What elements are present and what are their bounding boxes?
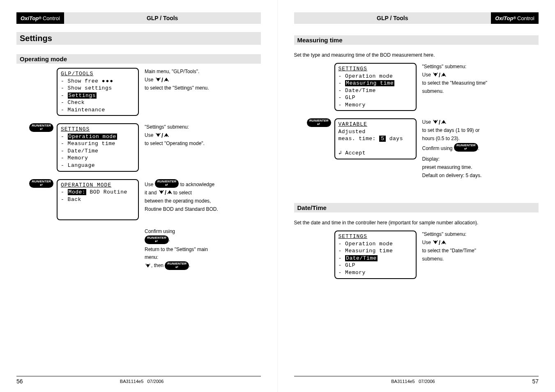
text: to select the "Settings" menu. (145, 84, 261, 92)
lcd-title: SETTINGS (61, 126, 135, 133)
step-explain: Use RUN/ENTER↵ to acknowledge it and / t… (145, 179, 261, 214)
text: Use / (422, 239, 539, 246)
brand-tag: OxiTop®Control (491, 12, 539, 24)
text: Confirm using RUN/ENTER↵. (422, 143, 539, 152)
text: submenu. (422, 255, 539, 263)
lcd-title: VARIABLE (339, 121, 412, 128)
header-bar: GLP / Tools OxiTop®Control (294, 12, 539, 24)
text: RUN/ENTER↵. (145, 235, 261, 244)
text: between the operating modes, (145, 197, 261, 205)
step-2: RUN/ENTER↵ SETTINGS - Operation mode - M… (16, 123, 261, 171)
brand-name: OxiTop (495, 15, 513, 21)
down-icon (145, 263, 151, 269)
down-up-icon: / (155, 77, 169, 83)
text: to select the "Date/Time" (422, 247, 539, 254)
svg-marker-0 (156, 78, 161, 81)
svg-marker-16 (433, 240, 438, 244)
svg-marker-15 (441, 120, 446, 124)
footer-left: 56 BA31114e5 07/2006 (16, 376, 261, 385)
lcd-row: - Operation mode (61, 133, 135, 141)
svg-marker-18 (441, 240, 446, 244)
brand-tag: OxiTop®Control (16, 12, 64, 24)
text: Use / (422, 71, 539, 78)
page-number: 57 (532, 378, 539, 385)
text: "Settings" submenu: (422, 63, 539, 70)
down-up-icon: / (158, 189, 172, 196)
text: Use / (145, 131, 261, 139)
text: Use RUN/ENTER↵ to acknowledge (145, 179, 261, 188)
text: Default on delivery: 5 days. (422, 172, 539, 179)
text: Main menu, "GLP/Tools". (145, 68, 261, 75)
intro-text: Set the date and time in the controller … (294, 220, 539, 226)
run-enter-key: RUN/ENTER↵ (29, 123, 53, 132)
lcd-row: - Operation mode (339, 240, 412, 248)
section-settings: Settings (16, 32, 261, 45)
text: hours (0.5 to 23). (422, 135, 539, 142)
registered-icon: ® (39, 16, 41, 20)
text: to set the days (1 to 99) or (422, 127, 539, 134)
lcd-row: ↲ Accept (339, 150, 412, 157)
lcd-row: - Memory (339, 101, 412, 109)
footer-right: BA31114e5 07/2006 57 (294, 376, 539, 385)
brand-suffix: Control (517, 15, 534, 21)
text: , then RUN/ENTER↵. (145, 261, 261, 270)
lcd-row: - GLP (339, 94, 412, 101)
lcd-row: - Mode: BOD Routine (61, 189, 135, 196)
page-number: 56 (16, 378, 23, 385)
step-3-extra: Confirm using RUN/ENTER↵. Return to the … (145, 228, 261, 270)
text: "Settings" submenu: (422, 231, 539, 238)
lcd-title: GLP/TOOLS (61, 70, 135, 78)
lcd-row: - Language (61, 162, 135, 169)
svg-text:/: / (439, 119, 440, 126)
run-enter-key: RUN/ENTER↵ (155, 179, 179, 188)
run-enter-key: RUN/ENTER↵ (307, 118, 331, 127)
measuring-step-2: RUN/ENTER↵ VARIABLE Adjusted meas. time:… (294, 118, 539, 180)
lcd-row: - Check (61, 99, 135, 106)
chapter-title: GLP / Tools (294, 12, 491, 24)
lcd-row: - Settings (61, 92, 135, 99)
run-enter-key: RUN/ENTER↵ (145, 235, 169, 244)
svg-marker-10 (433, 73, 438, 76)
lcd-row: - Show free ●●● (61, 78, 135, 85)
page-56: OxiTop®Control GLP / Tools Settings Oper… (0, 0, 278, 392)
lcd-variable: VARIABLE Adjusted meas. time: 5 days ↲ A… (334, 118, 417, 159)
down-up-icon: / (432, 240, 446, 246)
datetime-step-1: SETTINGS - Operation mode - Measuring ti… (294, 231, 539, 279)
lcd-title: SETTINGS (339, 65, 412, 73)
svg-text:/: / (161, 77, 163, 83)
measuring-step-1: SETTINGS - Operation mode - Measuring ti… (294, 63, 539, 111)
lcd-operation-mode: OPERATION MODE - Mode: BOD Routine - Bac… (57, 179, 139, 220)
lcd-row: - Date/Time (339, 87, 412, 95)
step-1: GLP/TOOLS - Show free ●●● - Show setting… (16, 68, 261, 116)
step-explain: "Settings" submenu: Use / to select "Ope… (145, 123, 261, 148)
down-up-icon: / (432, 119, 446, 126)
header-bar: OxiTop®Control GLP / Tools (16, 12, 261, 24)
text: Return to the "Settings" main (145, 246, 261, 254)
text: Use / (422, 118, 539, 126)
lcd-row: - GLP (339, 262, 412, 269)
subsection-date-time: Date/Time (294, 203, 539, 212)
registered-icon: ® (513, 16, 516, 20)
brand-name: OxiTop (21, 15, 39, 21)
text: Confirm using (145, 228, 261, 235)
chapter-title: GLP / Tools (64, 12, 261, 24)
text: Use / (145, 76, 261, 83)
step-explain: "Settings" submenu: Use / to select the … (422, 63, 539, 96)
down-up-icon: / (432, 72, 446, 78)
lcd-settings: SETTINGS - Operation mode - Measuring ti… (334, 231, 417, 279)
text: menu: (145, 254, 261, 261)
svg-text:/: / (161, 132, 163, 139)
lcd-glp-tools: GLP/TOOLS - Show free ●●● - Show setting… (57, 68, 139, 116)
lcd-title: OPERATION MODE (61, 182, 135, 189)
step-explain: "Settings" submenu: Use / to select the … (422, 231, 539, 263)
step-explain: Main menu, "GLP/Tools". Use / to select … (145, 68, 261, 92)
svg-marker-9 (145, 264, 150, 267)
lcd-row: - Measuring time (339, 247, 412, 255)
page-57: GLP / Tools OxiTop®Control Measuring tim… (278, 0, 555, 392)
svg-marker-2 (164, 78, 169, 81)
text: Display: (422, 155, 539, 163)
lcd-row: - Measuring time (339, 80, 412, 87)
lcd-settings: SETTINGS - Operation mode - Measuring ti… (57, 123, 139, 171)
subsection-operating-mode: Operating mode (16, 54, 261, 64)
text: Routine BOD and Standard BOD. (145, 205, 261, 213)
